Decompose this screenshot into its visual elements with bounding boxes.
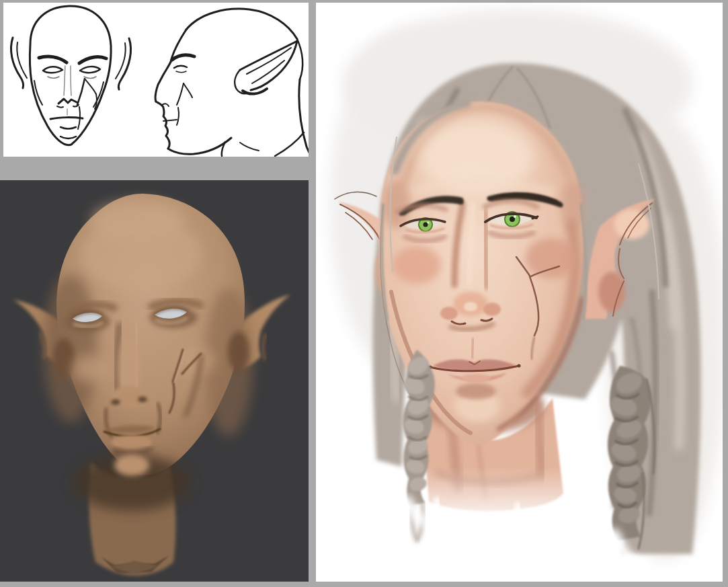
- art-collage: [0, 0, 728, 587]
- line-sketch-drawing: [3, 3, 309, 157]
- panel-3d-sculpt: [0, 180, 309, 582]
- panel-line-sketch: [3, 3, 309, 157]
- clay-sculpt-render: [0, 180, 309, 582]
- panel-painted-portrait: [316, 3, 723, 582]
- sculpt-lower-lip: [112, 435, 152, 450]
- portrait-figure: [329, 9, 723, 582]
- sketch-background: [3, 3, 309, 157]
- painted-portrait-artwork: [316, 3, 723, 582]
